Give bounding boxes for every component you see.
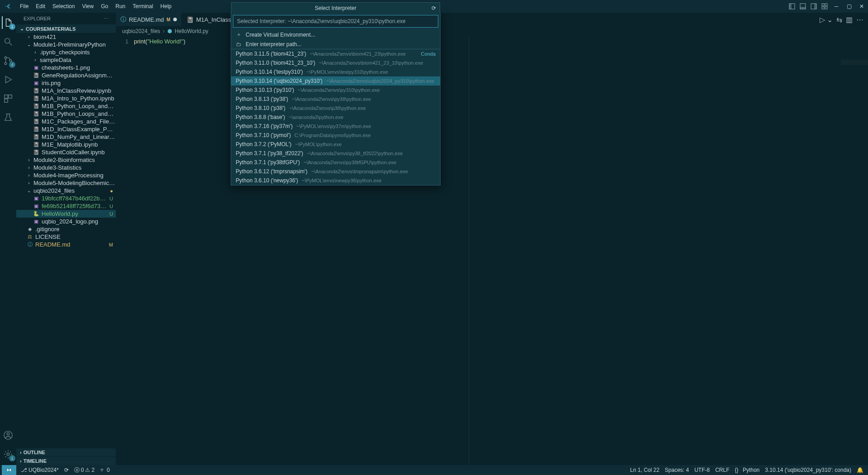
file-item[interactable]: ⓘREADME.mdM [16, 241, 116, 248]
file-item[interactable]: 📓M1D_NumPy_and_Linear_Algebra.ipynb [16, 133, 116, 141]
interpreter-option[interactable]: Python 3.7.1 ('py38tfGPU') ~\Anaconda2\e… [231, 158, 440, 167]
split-editor-icon[interactable]: ▥ [846, 15, 853, 24]
menu-help[interactable]: Help [157, 3, 175, 10]
menu-file[interactable]: File [16, 3, 32, 10]
menu-go[interactable]: Go [97, 3, 112, 10]
folder-item[interactable]: ⌄uqbio2024_files● [16, 187, 116, 195]
file-item[interactable]: ◈.gitignore [16, 225, 116, 233]
file-item[interactable]: ▣19bfccff7847b46df22b28ee0f8cc02...U [16, 195, 116, 202]
interpreter-option[interactable]: Python 3.10.14 ('uqbio2024_py310') ~\Ana… [231, 76, 440, 86]
folder-item[interactable]: ›sampleData [16, 56, 116, 64]
run-debug-icon[interactable] [2, 73, 14, 86]
editor-tab[interactable]: ⓘREADME.mdM [116, 13, 182, 26]
file-item[interactable]: 📓GeneRegulationAssignment.ipynb [16, 71, 116, 79]
status-indent[interactable]: Spaces: 4 [662, 467, 692, 473]
accounts-icon[interactable] [2, 429, 14, 442]
status-cursor-pos[interactable]: Ln 1, Col 22 [627, 467, 662, 473]
sidebar-root[interactable]: ⌄ COURSEMATERIALS [16, 24, 116, 33]
interpreter-option[interactable]: Python 3.7.10 ('pymol') C:\ProgramData\p… [231, 131, 440, 140]
status-problems[interactable]: ⓧ0 ⚠2 [71, 466, 97, 474]
layout-toggle-icon[interactable] [787, 0, 797, 13]
file-item[interactable]: 🐍HelloWorld.pyU [16, 210, 116, 218]
braces-icon: {} [735, 467, 739, 473]
menu-edit[interactable]: Edit [32, 3, 49, 10]
timeline-section[interactable]: ›TIMELINE [16, 456, 116, 465]
status-ports[interactable]: ᯤ0 [97, 467, 113, 473]
folder-item[interactable]: ›biom421 [16, 33, 116, 41]
refresh-icon[interactable]: ⟳ [432, 5, 436, 11]
folder-item[interactable]: ›.ipynb_checkpoints [16, 48, 116, 56]
breadcrumb-item[interactable]: uqbio2024_files [122, 28, 160, 34]
interpreter-option[interactable]: Python 3.8.8 ('base') ~\anaconda3\python… [231, 113, 440, 122]
compare-icon[interactable]: ⇆ [836, 15, 842, 24]
picker-enter-path[interactable]: 🗀 Enter interpreter path... [231, 40, 440, 49]
outline-section[interactable]: ›OUTLINE [16, 448, 116, 456]
breadcrumb-item[interactable]: HelloWorld.py [175, 28, 208, 34]
testing-icon[interactable] [2, 111, 14, 124]
more-actions-icon[interactable]: ⋯ [856, 15, 863, 24]
panel-toggle-icon[interactable] [797, 0, 808, 13]
run-play-icon[interactable]: ▷ ⌄ [820, 15, 833, 24]
customize-layout-icon[interactable] [819, 0, 830, 13]
menu-selection[interactable]: Selection [49, 3, 78, 10]
file-item[interactable]: 📓M1A_Intro_to_Python.ipynb [16, 95, 116, 102]
chevron-icon: › [33, 57, 38, 62]
folder-item[interactable]: ›Module3-Statistics [16, 164, 116, 171]
extensions-icon[interactable] [2, 92, 14, 105]
breadcrumb[interactable]: uqbio2024_files › ⬢ HelloWorld.py [116, 26, 868, 36]
interpreter-option[interactable]: Python 3.8.10 ('p38') ~\Anaconda2\envs\p… [231, 104, 440, 113]
interpreter-option[interactable]: Python 3.10.14 ('testpy310') ~\PyMOL\env… [231, 67, 440, 76]
menu-view[interactable]: View [78, 3, 97, 10]
folder-item[interactable]: ⌄Module1-PreliminaryPython [16, 41, 116, 48]
status-encoding[interactable]: UTF-8 [692, 467, 712, 473]
file-item[interactable]: ⚖LICENSE [16, 233, 116, 241]
settings-gear-icon[interactable]: 1 [2, 448, 14, 461]
file-item[interactable]: 📓M1B_Python_Loops_and_Functions_InCl... [16, 102, 116, 110]
folder-item[interactable]: ›Module2-Bioinformatics [16, 156, 116, 164]
status-interpreter[interactable]: 3.10.14 ('uqbio2024_py310': conda) [762, 467, 854, 473]
file-item[interactable]: 📓M1E_Matplotlib.ipynb [16, 141, 116, 148]
file-item[interactable]: 📓StudentColdCaller.ipynb [16, 148, 116, 156]
interpreter-option[interactable]: Python 3.7.1 ('py38_tf2022') ~\Anaconda2… [231, 149, 440, 158]
close-icon[interactable]: ✕ [855, 0, 868, 13]
status-eol[interactable]: CRLF [712, 467, 732, 473]
file-item[interactable]: ▣fe69b52148ff725f6d7310b9097ca7...U [16, 202, 116, 210]
sidebar-right-icon[interactable] [808, 0, 819, 13]
interpreter-option[interactable]: Python 3.7.16 ('py37m') ~\PyMOL\envs\py3… [231, 122, 440, 131]
interpreter-option[interactable]: Python 3.6.10 ('newpy36') ~\PyMOL\envs\n… [231, 176, 440, 185]
sidebar-more-icon[interactable]: ⋯ [104, 16, 109, 22]
menu-terminal[interactable]: Terminal [129, 3, 157, 10]
folder-item[interactable]: ›Module4-ImageProcessing [16, 171, 116, 179]
file-item[interactable]: ▣iris.png [16, 79, 116, 87]
status-language[interactable]: {} Python [732, 467, 763, 473]
status-sync[interactable]: ⟳ [62, 467, 71, 473]
file-item[interactable]: 📓M1D_InClassExample_PCA.ipynb [16, 125, 116, 133]
interpreter-option[interactable]: Python 3.6.12 ('tmprsnapsim') ~\Anaconda… [231, 167, 440, 176]
interpreter-option[interactable]: Python 3.7.2 ('PyMOL') ~\PyMOL\python.ex… [231, 140, 440, 149]
folder-item[interactable]: ›Module5-ModelingBiochemicalReactions [16, 179, 116, 187]
status-branch[interactable]: ⎇ UQBio2024* [18, 467, 62, 473]
minimize-icon[interactable]: ─ [830, 0, 843, 13]
file-item[interactable]: 📓M1B_Python_Loops_and_Functions.ipynb [16, 110, 116, 118]
file-item[interactable]: 📓M1C_Packages_and_File_Management.i... [16, 118, 116, 125]
modified-dot-icon: ● [110, 188, 113, 194]
file-item[interactable]: ▣uqbio_2024_logo.png [16, 218, 116, 225]
search-icon[interactable] [2, 35, 14, 48]
code-token: ) [183, 38, 185, 45]
interpreter-option[interactable]: Python 3.10.13 ('py310') ~\Anaconda2\env… [231, 86, 440, 95]
notifications-icon[interactable]: 🔔 [854, 467, 866, 473]
file-item[interactable]: ▣cheatsheets-1.png [16, 64, 116, 71]
interpreter-option[interactable]: Python 3.11.0 ('biom421_23_10') ~\Anacon… [231, 58, 440, 67]
maximize-icon[interactable]: ▢ [843, 0, 855, 13]
picker-input[interactable]: Selected Interpreter: ~\Anaconda2\envs\u… [233, 15, 438, 28]
menu-run[interactable]: Run [112, 3, 129, 10]
explorer-icon[interactable]: 1 [2, 16, 14, 29]
interpreter-option[interactable]: Python 3.8.13 ('py38') ~\Anaconda2\envs\… [231, 95, 440, 104]
remote-indicator-icon[interactable] [2, 465, 16, 475]
file-item[interactable]: 📓M1A_InClassReview.ipynb [16, 87, 116, 95]
interpreter-option[interactable]: Python 3.11.5 ('biom421_23') ~\Anaconda2… [231, 49, 440, 58]
code-editor[interactable]: 1 print("Hello World!") [116, 36, 868, 465]
picker-create-venv[interactable]: ＋ Create Virtual Environment... [231, 29, 440, 40]
minimap[interactable] [841, 60, 868, 65]
source-control-icon[interactable]: 4 [2, 54, 14, 67]
